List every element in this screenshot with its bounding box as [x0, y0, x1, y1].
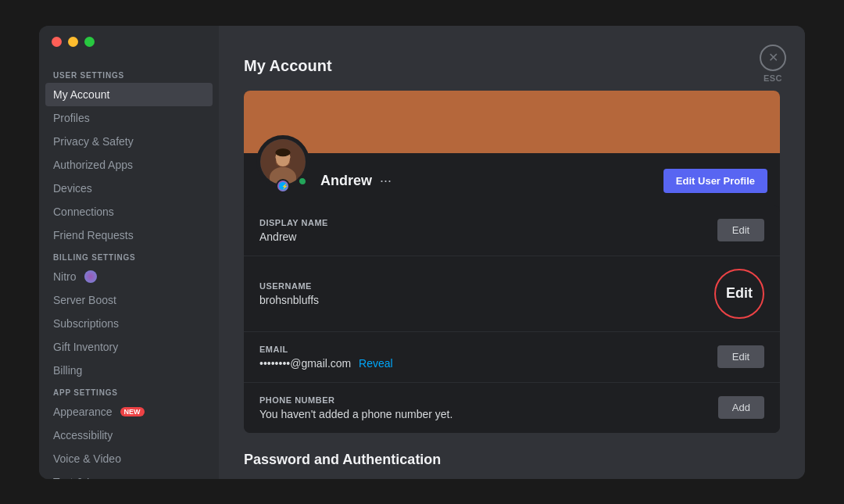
- nitro-icon: [84, 270, 97, 283]
- username-edit-button[interactable]: Edit: [714, 269, 764, 319]
- email-reveal-link[interactable]: Reveal: [359, 357, 393, 370]
- username-value: brohsnbluffs: [259, 294, 319, 306]
- sidebar-item-label: Devices: [53, 182, 92, 195]
- username-edit-area: Edit: [714, 269, 764, 319]
- edit-user-profile-button[interactable]: Edit User Profile: [663, 169, 767, 193]
- account-fields: Display Name Andrew Edit Username brohsn…: [244, 206, 780, 433]
- sidebar-item-label: Friend Requests: [53, 229, 134, 241]
- online-status-dot: [297, 176, 308, 187]
- sidebar-item-privacy-safety[interactable]: Privacy & Safety: [45, 130, 213, 153]
- sidebar-item-profiles[interactable]: Profiles: [45, 106, 213, 130]
- sidebar-item-label: Appearance: [53, 406, 113, 418]
- sidebar-item-accessibility[interactable]: Accessibility: [45, 424, 213, 447]
- sidebar-item-nitro[interactable]: Nitro: [45, 265, 213, 288]
- sidebar-item-my-account[interactable]: My Account: [45, 83, 213, 106]
- page-title: My Account: [244, 57, 780, 75]
- maximize-button[interactable]: [84, 37, 95, 47]
- phone-label: Phone Number: [259, 395, 452, 405]
- email-field: Email ••••••••@gmail.com Reveal: [259, 345, 393, 370]
- username-label: Username: [259, 281, 319, 291]
- billing-settings-label: Billing Settings: [45, 247, 213, 265]
- sidebar-item-subscriptions[interactable]: Subscriptions: [45, 312, 213, 335]
- profile-info-row: ⚡ Andrew ··· Edit User Profile: [244, 153, 780, 206]
- phone-field: Phone Number You haven't added a phone n…: [259, 395, 452, 420]
- sidebar-item-voice-video[interactable]: Voice & Video: [45, 447, 213, 470]
- esc-button[interactable]: ✕ ESC: [760, 45, 786, 83]
- sidebar: User Settings My Account Profiles Privac…: [39, 26, 219, 479]
- user-settings-label: User Settings: [45, 65, 213, 83]
- svg-text:⚡: ⚡: [281, 183, 288, 190]
- sidebar-item-label: Nitro: [53, 270, 77, 283]
- sidebar-item-friend-requests[interactable]: Friend Requests: [45, 223, 213, 247]
- esc-label: ESC: [764, 73, 782, 83]
- sidebar-item-connections[interactable]: Connections: [45, 200, 213, 223]
- sidebar-item-server-boost[interactable]: Server Boost: [45, 288, 213, 312]
- main-content: My Account ✕ ESC: [219, 26, 805, 479]
- email-edit-button[interactable]: Edit: [717, 345, 764, 368]
- minimize-button[interactable]: [68, 37, 78, 47]
- sidebar-item-authorized-apps[interactable]: Authorized Apps: [45, 153, 213, 177]
- display-name-text: Andrew: [320, 173, 372, 189]
- phone-value: You haven't added a phone number yet.: [259, 408, 452, 420]
- sidebar-item-label: My Account: [53, 88, 109, 101]
- password-section: Password and Authentication Change Passw…: [244, 452, 780, 479]
- sidebar-item-label: Privacy & Safety: [53, 135, 134, 148]
- sidebar-item-gift-inventory[interactable]: Gift Inventory: [45, 335, 213, 359]
- sidebar-item-appearance[interactable]: Appearance NEW: [45, 400, 213, 424]
- profile-dots-menu[interactable]: ···: [377, 173, 395, 189]
- new-badge: NEW: [120, 407, 145, 416]
- display-name-value: Andrew: [259, 231, 328, 243]
- sidebar-item-label: Authorized Apps: [53, 159, 133, 171]
- email-label: Email: [259, 345, 393, 354]
- avatar-wrapper: ⚡: [256, 135, 309, 188]
- sidebar-item-devices[interactable]: Devices: [45, 177, 213, 200]
- password-section-title: Password and Authentication: [244, 452, 780, 468]
- phone-add-button[interactable]: Add: [718, 396, 764, 419]
- username-field-row: Username brohsnbluffs Edit: [244, 256, 780, 332]
- profile-banner: [244, 91, 780, 153]
- phone-field-row: Phone Number You haven't added a phone n…: [244, 383, 780, 433]
- email-masked: ••••••••@gmail.com: [259, 357, 351, 370]
- sidebar-item-label: Server Boost: [53, 294, 116, 306]
- nitro-badge: ⚡: [276, 179, 290, 193]
- username-row: Andrew ···: [320, 157, 395, 189]
- sidebar-item-label: Billing: [53, 364, 82, 377]
- display-name-label: Display Name: [259, 218, 328, 227]
- app-window: User Settings My Account Profiles Privac…: [39, 26, 805, 479]
- app-settings-label: App Settings: [45, 382, 213, 400]
- close-button[interactable]: [52, 37, 62, 47]
- profile-card: ⚡ Andrew ··· Edit User Profile Display N…: [244, 91, 780, 433]
- sidebar-item-label: Profiles: [53, 112, 90, 124]
- sidebar-item-label: Accessibility: [53, 429, 113, 441]
- titlebar: [52, 37, 95, 47]
- sidebar-item-label: Gift Inventory: [53, 341, 118, 353]
- display-name-field: Display Name Andrew: [259, 218, 328, 243]
- esc-circle-icon: ✕: [760, 45, 786, 71]
- email-field-row: Email ••••••••@gmail.com Reveal Edit: [244, 332, 780, 383]
- svg-rect-7: [276, 151, 291, 155]
- sidebar-item-label: Connections: [53, 206, 114, 218]
- sidebar-item-label: Voice & Video: [53, 452, 121, 465]
- display-name-field-row: Display Name Andrew Edit: [244, 206, 780, 256]
- sidebar-item-label: Subscriptions: [53, 317, 119, 330]
- sidebar-item-label: Text & Images: [53, 476, 123, 479]
- sidebar-item-text-images[interactable]: Text & Images: [45, 470, 213, 479]
- sidebar-item-billing[interactable]: Billing: [45, 359, 213, 382]
- username-field: Username brohsnbluffs: [259, 281, 319, 306]
- email-value: ••••••••@gmail.com Reveal: [259, 357, 393, 370]
- display-name-edit-button[interactable]: Edit: [717, 219, 764, 241]
